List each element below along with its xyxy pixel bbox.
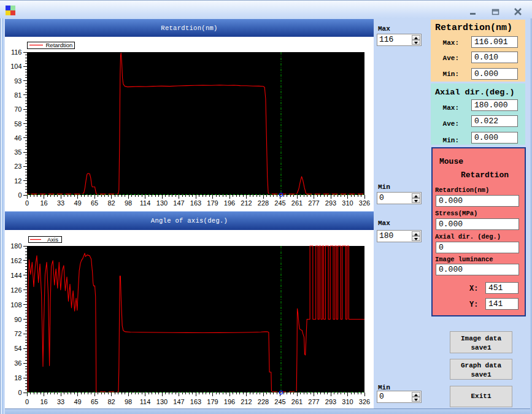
svg-text:310: 310 [342, 199, 353, 207]
svg-text:33: 33 [57, 398, 64, 405]
svg-text:212: 212 [241, 199, 252, 207]
svg-text:180: 180 [10, 242, 21, 250]
svg-text:98: 98 [125, 398, 132, 405]
svg-text:245: 245 [274, 199, 285, 207]
svg-text:82: 82 [107, 398, 115, 405]
svg-text:54: 54 [14, 345, 21, 352]
svg-text:49: 49 [74, 398, 81, 405]
svg-text:58: 58 [14, 120, 21, 128]
svg-text:293: 293 [325, 398, 336, 405]
svg-text:116: 116 [11, 48, 22, 56]
svg-text:245: 245 [274, 398, 285, 405]
svg-text:228: 228 [258, 398, 269, 405]
svg-text:293: 293 [325, 199, 336, 207]
svg-text:196: 196 [224, 398, 235, 405]
svg-text:0: 0 [25, 199, 29, 207]
svg-text:0: 0 [18, 389, 21, 396]
svg-text:310: 310 [342, 398, 353, 405]
svg-text:Retardtion: Retardtion [46, 42, 73, 48]
svg-text:36: 36 [14, 359, 21, 367]
svg-text:277: 277 [308, 398, 319, 405]
svg-text:147: 147 [173, 398, 184, 405]
svg-text:179: 179 [207, 398, 218, 405]
svg-text:130: 130 [156, 398, 168, 405]
svg-text:46: 46 [14, 134, 21, 142]
svg-text:163: 163 [190, 398, 201, 405]
svg-text:228: 228 [258, 199, 269, 207]
svg-text:261: 261 [291, 199, 303, 207]
svg-text:23: 23 [14, 163, 21, 170]
svg-text:261: 261 [291, 398, 303, 405]
svg-text:162: 162 [10, 257, 21, 264]
svg-text:18: 18 [14, 374, 21, 381]
svg-text:0: 0 [25, 398, 29, 405]
svg-text:Axis: Axis [47, 236, 58, 243]
svg-text:65: 65 [91, 199, 98, 207]
svg-text:277: 277 [308, 199, 319, 207]
svg-text:33: 33 [57, 199, 64, 207]
svg-text:93: 93 [14, 77, 21, 85]
svg-text:81: 81 [14, 91, 21, 99]
svg-text:90: 90 [14, 316, 21, 323]
svg-text:65: 65 [91, 398, 98, 405]
svg-text:49: 49 [74, 199, 81, 207]
svg-text:12: 12 [14, 177, 21, 185]
svg-text:0: 0 [18, 191, 21, 199]
svg-text:98: 98 [125, 199, 132, 207]
svg-text:70: 70 [14, 105, 21, 113]
svg-text:16: 16 [40, 398, 47, 405]
svg-text:114: 114 [140, 199, 151, 207]
svg-text:144: 144 [10, 272, 21, 279]
svg-text:179: 179 [207, 199, 218, 207]
svg-text:82: 82 [107, 199, 115, 207]
svg-text:326: 326 [359, 199, 370, 207]
svg-text:114: 114 [140, 398, 151, 405]
svg-text:104: 104 [10, 63, 21, 70]
svg-text:130: 130 [156, 199, 168, 207]
svg-text:326: 326 [359, 398, 370, 405]
svg-text:196: 196 [224, 199, 235, 207]
svg-text:35: 35 [14, 148, 21, 156]
svg-text:212: 212 [241, 398, 252, 405]
svg-text:126: 126 [10, 286, 21, 294]
svg-text:108: 108 [10, 301, 21, 309]
svg-text:163: 163 [190, 199, 201, 207]
svg-text:16: 16 [40, 199, 47, 207]
svg-text:147: 147 [173, 199, 184, 207]
svg-text:72: 72 [14, 330, 21, 337]
